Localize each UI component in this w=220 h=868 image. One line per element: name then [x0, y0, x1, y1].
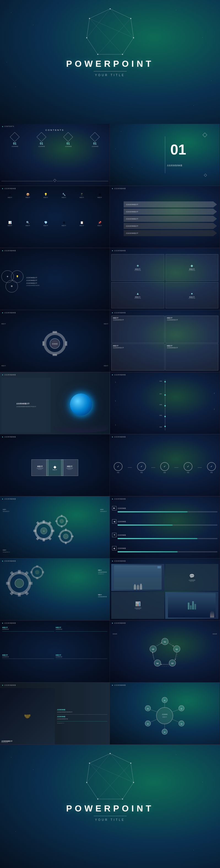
arrows-container: 点击此添加标题文字 点击此添加标题文字 点击此添加标题文字 点击此添加标题文字 …: [124, 192, 217, 246]
slide4b-label: 点击添加副标题: [112, 250, 126, 251]
end-title-area: POWERPOINT YOUR TITLE: [0, 803, 220, 822]
svg-point-35: [63, 534, 68, 539]
quad-1: 标题文字 点击添加内容文字: [111, 316, 164, 343]
icon-cell: 📊标题文字: [1, 220, 18, 247]
svg-line-2: [98, 19, 131, 54]
slide9a-label: 点击添加副标题: [2, 560, 16, 562]
overlap-container: 标题文字 点击添加内容 www.ppt.cn ◆ 标题文字 标题文字 点击添加内…: [1, 440, 108, 495]
icon-cell: 💡标题文字: [37, 191, 54, 219]
slide5a-label: 点击添加副标题: [2, 312, 16, 313]
slide-cycle: 点击添加副标题 01 02 03: [110, 621, 220, 682]
svg-rect-42: [18, 570, 21, 574]
photo-cell-2: 💬 点击添加标题 添加内容: [165, 564, 218, 591]
svg-rect-32: [66, 520, 68, 522]
end-polygon-graphic: [83, 751, 138, 806]
slide11a-label: 点击添加副标题: [2, 684, 16, 686]
svg-rect-19: [43, 520, 45, 523]
row-6: 点击添加副标题 点击添加标题文字 点击此处添加更多内容说明文字内容文字 点击添加…: [0, 372, 220, 434]
svg-point-8: [133, 37, 134, 38]
gear-display: 添加标题 标题文字 标题文字 标题文字 标题文字: [0, 316, 110, 371]
end-title: POWERPOINT: [0, 803, 220, 814]
svg-line-1: [110, 9, 134, 38]
text-panel: 点击添加标题文字 点击此处添加更多内容说明文字内容文字: [1, 378, 51, 433]
svg-line-97: [98, 763, 131, 799]
box-1: 标题文字 点击添加内容 www.ppt.cn: [31, 459, 48, 476]
slide8b-label: 点击添加副标题: [112, 498, 126, 500]
row-5: 点击添加副标题: [0, 310, 220, 372]
slide10a-label: 点击添加副标题: [2, 622, 16, 624]
list-grid: 标题文字 点击添加内容 标题文字 点击添加内容 标题文字 点击添加内容 标题文字…: [2, 627, 107, 680]
row-10: 点击添加副标题 标题文字 点击添加内容 标题文字 点击添加内容 标题文字 点击添…: [0, 621, 220, 683]
svg-point-9: [122, 54, 123, 55]
icon-cell: 🔧标题文字: [56, 191, 72, 219]
svg-line-4: [87, 9, 110, 38]
cover-subtitle: YOUR TITLE: [0, 74, 220, 77]
circle-check-3: ✓ 标题: [160, 462, 169, 473]
cycle-container: 01 02 03 04 05: [111, 627, 218, 681]
slide-photo-globe: 点击添加副标题 点击添加标题文字 点击此处添加更多内容说明文字内容文字: [0, 372, 110, 434]
arrow-4: 点击此添加标题文字: [124, 223, 217, 229]
slide-list-left: 点击添加副标题 标题文字 点击添加内容 标题文字 点击添加内容 标题文字 点击添…: [0, 621, 110, 682]
svg-text:01: 01: [164, 700, 166, 701]
slide-gear-center: 点击添加副标题: [0, 310, 110, 372]
row-9: 点击添加副标题: [0, 558, 220, 621]
svg-point-51: [35, 570, 39, 575]
photo-cell-3: 📊 点击添加标题 添加内容: [111, 592, 164, 619]
slide11b-label: 点击添加副标题: [112, 684, 126, 686]
gears-large-svg: [1, 564, 51, 600]
photo-grid: 💬 点击添加标题 添加内容 📊 点击添加标题 添加内容: [111, 564, 218, 619]
list-cell-2: 标题文字 点击添加内容: [56, 627, 108, 653]
svg-text:04: 04: [164, 732, 166, 733]
list-cell-3: 标题文字 点击添加内容: [2, 654, 54, 680]
gear-svg: 添加标题: [40, 328, 70, 359]
svg-marker-0: [87, 9, 134, 54]
contents-items: 01 点击添加标题 01 点击添加标题 01 点击添加标题 01 点击添加标题: [1, 133, 108, 147]
timeline-container: ↑ ↑ ↑ ↓ ↓ 2016 2017 2018 2019 2020: [112, 378, 218, 432]
slide4a-label: 点击添加副标题: [2, 250, 16, 251]
contents-item-1: 01 点击添加标题: [11, 133, 18, 147]
svg-text:标题文字: 标题文字: [162, 716, 167, 718]
progress-container: ▶ 点击添加标题 ◀ 点击添加标题 ★ 点击添加标题: [112, 502, 218, 556]
svg-rect-37: [65, 542, 67, 544]
svg-point-102: [130, 763, 131, 764]
svg-line-93: [151, 719, 157, 722]
svg-point-6: [110, 8, 111, 9]
svg-rect-33: [56, 520, 57, 522]
slide-photo-grid: 点击添加副标题 💬 点击添加标题 添加内容 📊: [110, 558, 220, 620]
svg-text:添加标题: 添加标题: [52, 343, 58, 345]
photo-cell-1: [111, 564, 164, 591]
svg-point-106: [86, 782, 87, 783]
svg-point-101: [110, 753, 111, 754]
slide-gears-large: 点击添加副标题: [0, 558, 110, 620]
slide-quadrant: 点击添加副标题 标题文字 点击添加内容文字 标题文字 点击添加内容文字 标题文字…: [110, 310, 220, 372]
svg-line-91: [172, 719, 179, 722]
diamond-deco: [203, 132, 207, 137]
list-cell-1: 标题文字 点击添加内容: [2, 627, 54, 653]
photo-cell-4: [165, 592, 218, 619]
svg-rect-45: [6, 582, 9, 585]
svg-point-11: [86, 37, 87, 38]
slide-section-01: 01 点击添加您的标题: [110, 124, 220, 186]
contents-item-3: 01 点击添加标题: [65, 133, 72, 147]
slide-progress: 点击添加副标题 ▶ 点击添加标题 ◀ 点击添加标题: [110, 496, 220, 558]
svg-line-72: [156, 643, 161, 646]
cycle-large-container: 点击添加 标题文字 01 02 03 04 05 06: [111, 689, 218, 743]
svg-point-105: [97, 799, 98, 800]
circle-check-1: ✓ 标题: [114, 462, 122, 473]
globe-glow: [70, 394, 92, 415]
svg-rect-36: [65, 529, 67, 531]
svg-line-100: [89, 763, 134, 782]
icon-cell: 🖥标题文字: [56, 220, 72, 247]
box-3: 标题文字 点击添加内容 www.ppt.cn: [61, 459, 78, 476]
svg-rect-54: [42, 571, 44, 574]
slide8a-label: 点击添加副标题: [2, 498, 16, 500]
svg-line-5: [89, 19, 134, 38]
contents-item-2: 01 点击添加标题: [38, 133, 45, 147]
slide7b-label: 点击添加副标题: [112, 436, 126, 438]
slide-contents: CONTENTS CONTENTS 01 点击添加标题 01 点击添加标题 01…: [0, 124, 110, 186]
text-panel: 点击添加标题 点击此处添加更多内容说明文字 点击添加标题 点击此处添加更多内容 …: [55, 688, 110, 744]
slide-gears-triple: 点击添加副标题 ⚙: [0, 496, 110, 558]
row-8: 点击添加副标题 ⚙: [0, 496, 220, 558]
circles-row: ✓ 标题 ✓ 标题 ✓ 标题 ✓ 标题 ✓ 标题: [111, 440, 218, 495]
quad-2: 标题文字 点击添加内容文字: [165, 316, 219, 343]
